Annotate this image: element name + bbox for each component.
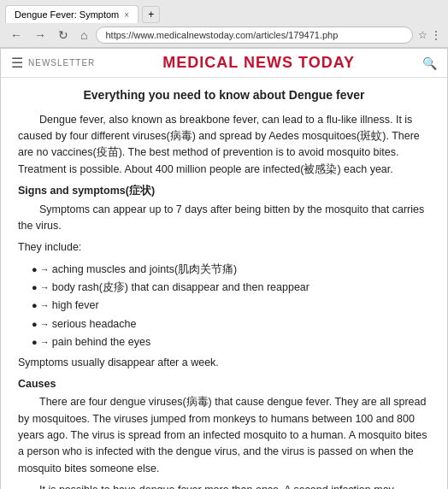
list-item: aching muscles and joints(肌肉关节痛): [28, 262, 430, 278]
causes-paragraph2: It is possible to have dengue fever more…: [18, 482, 430, 489]
causes-paragraph: There are four dengue viruses(病毒) that c…: [18, 394, 430, 477]
article-title: Everything you need to know about Dengue…: [18, 86, 430, 105]
they-include: They include:: [18, 239, 430, 256]
signs-outro: Symptoms usually disappear after a week.: [18, 355, 430, 371]
header-left: ☰ NEWSLETTER: [11, 55, 95, 71]
menu-icon[interactable]: ⋮: [431, 29, 441, 41]
back-button[interactable]: ←: [7, 27, 26, 44]
hamburger-icon[interactable]: ☰: [11, 55, 23, 71]
page-content: ☰ NEWSLETTER MEDICAL NEWS TODAY 🔍 Everyt…: [0, 48, 448, 489]
forward-button[interactable]: →: [31, 27, 50, 44]
signs-intro: Symptoms can appear up to 7 days after b…: [18, 202, 430, 235]
site-name: MEDICAL NEWS TODAY: [95, 54, 422, 72]
active-tab[interactable]: Dengue Fever: Symptom ×: [5, 5, 139, 23]
tab-bar: Dengue Fever: Symptom × +: [0, 0, 448, 23]
tab-close-button[interactable]: ×: [124, 10, 129, 20]
home-button[interactable]: ⌂: [77, 27, 91, 44]
browser-chrome: Dengue Fever: Symptom × + ← → ↻ ⌂ ☆ ⋮: [0, 0, 448, 48]
list-item: high fever: [28, 298, 430, 314]
site-header: ☰ NEWSLETTER MEDICAL NEWS TODAY 🔍: [1, 49, 447, 78]
list-item: serious headache: [28, 316, 430, 333]
toolbar-icons: ☆ ⋮: [418, 29, 441, 41]
newsletter-label: NEWSLETTER: [28, 58, 95, 68]
address-input[interactable]: [96, 27, 413, 44]
refresh-button[interactable]: ↻: [55, 27, 72, 44]
bookmark-icon[interactable]: ☆: [418, 29, 427, 41]
new-tab-button[interactable]: +: [142, 6, 160, 23]
list-item: body rash(皮疹) that can disappear and the…: [28, 280, 430, 296]
list-item: pain behind the eyes: [28, 334, 430, 351]
article-body: Everything you need to know about Dengue…: [1, 78, 447, 489]
intro-paragraph: Dengue fever, also known as breakbone fe…: [18, 112, 430, 179]
symptoms-list: aching muscles and joints(肌肉关节痛) body ra…: [28, 262, 430, 351]
tab-title: Dengue Fever: Symptom: [15, 9, 119, 20]
causes-heading: Causes: [18, 376, 430, 392]
search-icon[interactable]: 🔍: [422, 56, 437, 70]
signs-heading: Signs and symptoms(症状): [18, 183, 430, 199]
address-bar-row: ← → ↻ ⌂ ☆ ⋮: [0, 23, 448, 47]
